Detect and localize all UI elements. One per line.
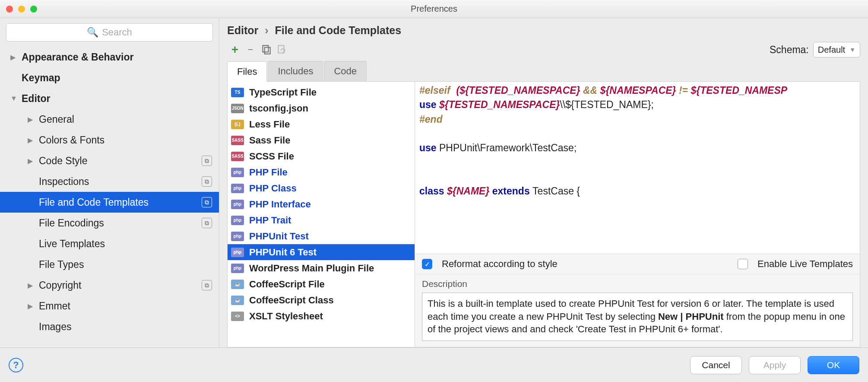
scope-icon: ⧉ (202, 176, 212, 187)
sidebar-item-label: Emmet (39, 300, 219, 312)
apply-button[interactable]: Apply (749, 356, 801, 374)
sidebar-item-appearance-behavior[interactable]: ▶Appearance & Behavior (0, 47, 219, 67)
search-input[interactable]: 🔍 Search (6, 23, 213, 41)
sidebar-item-general[interactable]: ▶General (0, 109, 219, 130)
template-label: PHP Interface (249, 199, 311, 210)
schema-select[interactable]: Default ▼ (813, 42, 860, 57)
tabs: FilesIncludesCode (227, 61, 860, 82)
maximize-icon[interactable] (30, 6, 37, 13)
search-placeholder: Search (102, 27, 132, 38)
filetype-icon: ☕ (231, 280, 244, 289)
live-templates-checkbox[interactable] (738, 259, 748, 269)
breadcrumb-root: Editor (227, 24, 258, 36)
template-item[interactable]: JSONtsconfig.json (228, 100, 415, 116)
minimize-icon[interactable] (18, 6, 25, 13)
filetype-icon: ☕ (231, 296, 244, 305)
schema-value: Default (818, 45, 845, 55)
template-label: PHP Trait (249, 215, 291, 226)
breadcrumb-sep: › (265, 24, 268, 36)
template-label: tsconfig.json (249, 103, 308, 114)
template-label: WordPress Main Plugin File (249, 263, 374, 274)
sidebar-item-copyright[interactable]: ▶Copyright⧉ (0, 275, 219, 296)
template-label: Sass File (249, 135, 290, 146)
sidebar-item-live-templates[interactable]: ▶Live Templates (0, 233, 219, 254)
expand-icon: ▶ (28, 136, 35, 144)
sidebar-item-inspections[interactable]: ▶Inspections⧉ (0, 171, 219, 192)
template-label: PHPUnit 6 Test (249, 247, 317, 258)
cancel-button[interactable]: Cancel (690, 356, 742, 374)
toolbar: + − Schema: Default ▼ (227, 41, 860, 58)
main-panel: Editor › File and Code Templates + − Sch… (219, 18, 868, 347)
template-item[interactable]: ☕CoffeeScript File (228, 276, 415, 292)
sidebar-item-file-encodings[interactable]: ▶File Encodings⧉ (0, 213, 219, 233)
sidebar-item-file-and-code-templates[interactable]: ▶File and Code Templates⧉ (0, 192, 219, 213)
filetype-icon: <> (231, 312, 244, 321)
filetype-icon: php (231, 200, 244, 209)
schema-label: Schema: (770, 44, 809, 56)
help-button[interactable]: ? (9, 358, 23, 372)
tab-includes[interactable]: Includes (268, 61, 323, 81)
tab-files[interactable]: Files (227, 61, 267, 82)
sidebar-item-label: File Types (39, 259, 219, 271)
sidebar-item-colors-fonts[interactable]: ▶Colors & Fonts (0, 130, 219, 150)
scope-icon: ⧉ (202, 280, 212, 290)
copy-button[interactable] (258, 43, 274, 57)
sidebar-item-label: Inspections (39, 176, 219, 188)
template-label: PHPUnit Test (249, 231, 309, 242)
filetype-icon: php (231, 248, 244, 257)
close-icon[interactable] (6, 6, 13, 13)
template-item[interactable]: phpPHP Class (228, 180, 415, 196)
template-label: XSLT Stylesheet (249, 311, 323, 322)
sidebar-item-label: File and Code Templates (39, 197, 219, 208)
template-code-editor[interactable]: #elseif (${TESTED_NAMESPACE} && ${NAMESP… (415, 82, 860, 254)
scope-icon: ⧉ (202, 218, 212, 228)
template-item[interactable]: phpPHP File (228, 164, 415, 180)
template-label: CoffeeScript Class (249, 295, 334, 306)
remove-button[interactable]: − (243, 43, 258, 57)
sidebar-item-images[interactable]: ▶Images (0, 316, 219, 337)
template-item[interactable]: phpPHPUnit Test (228, 228, 415, 244)
template-item[interactable]: phpPHP Trait (228, 212, 415, 228)
sidebar-item-file-types[interactable]: ▶File Types (0, 254, 219, 275)
scope-icon: ⧉ (202, 197, 212, 207)
sidebar-item-keymap[interactable]: ▶Keymap (0, 67, 219, 88)
template-item[interactable]: phpWordPress Main Plugin File (228, 260, 415, 276)
filetype-icon: {L} (231, 120, 244, 129)
svg-rect-1 (265, 48, 270, 54)
sidebar-item-label: Keymap (22, 72, 219, 84)
window-title: Preferences (411, 4, 457, 14)
reset-button[interactable] (274, 43, 289, 57)
template-item[interactable]: ☕CoffeeScript Class (228, 292, 415, 308)
live-templates-label: Enable Live Templates (757, 258, 853, 270)
template-item[interactable]: SASSSass File (228, 132, 415, 148)
filetype-icon: php (231, 216, 244, 225)
template-item[interactable]: phpPHP Interface (228, 196, 415, 212)
filetype-icon: SASS (231, 152, 244, 161)
description-section: Description This is a built-in template … (415, 274, 860, 347)
template-item[interactable]: {L}Less File (228, 116, 415, 132)
sidebar-item-label: Colors & Fonts (39, 134, 219, 146)
sidebar-item-emmet[interactable]: ▶Emmet (0, 296, 219, 316)
titlebar: Preferences (0, 0, 868, 18)
chevron-down-icon: ▼ (849, 46, 855, 53)
workarea: TSTypeScript FileJSONtsconfig.json{L}Les… (227, 82, 860, 347)
expand-icon: ▶ (28, 281, 35, 290)
sidebar-item-editor[interactable]: ▼Editor (0, 88, 219, 109)
template-item[interactable]: phpPHPUnit 6 Test (228, 244, 415, 260)
breadcrumb-leaf: File and Code Templates (275, 24, 401, 36)
sidebar-item-code-style[interactable]: ▶Code Style⧉ (0, 150, 219, 171)
template-label: TypeScript File (249, 87, 317, 98)
reset-icon (276, 44, 287, 55)
sidebar-item-label: Live Templates (39, 238, 219, 250)
template-item[interactable]: SASSSCSS File (228, 148, 415, 164)
filetype-icon: TS (231, 88, 244, 97)
reformat-checkbox[interactable]: ✓ (422, 259, 432, 269)
options-row: ✓ Reformat according to style Enable Liv… (415, 254, 860, 274)
ok-button[interactable]: OK (808, 356, 859, 374)
template-item[interactable]: <>XSLT Stylesheet (228, 308, 415, 324)
template-item[interactable]: TSTypeScript File (228, 84, 415, 100)
add-button[interactable]: + (227, 43, 243, 57)
tab-code[interactable]: Code (324, 61, 367, 81)
sidebar-item-label: Appearance & Behavior (22, 51, 219, 63)
search-icon: 🔍 (87, 27, 98, 38)
